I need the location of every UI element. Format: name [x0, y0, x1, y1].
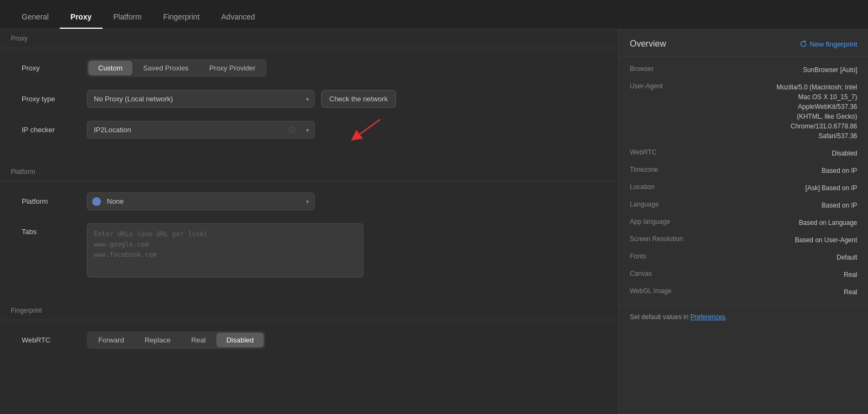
- proxy-subtab-custom[interactable]: Custom: [88, 61, 132, 75]
- overview-row-browser: Browser SunBrowser [Auto]: [619, 61, 868, 79]
- overview-key-applanguage: App language: [630, 218, 695, 225]
- overview-val-applanguage: Based on Language: [799, 218, 857, 228]
- ip-checker-row: IP checker IP2Location ⓘ ▾: [22, 121, 597, 139]
- overview-row-screenres: Screen Resolution Based on User-Agent: [619, 231, 868, 249]
- proxy-form-area: Proxy Custom Saved Proxies Proxy Provide…: [0, 48, 618, 163]
- overview-rows: Browser SunBrowser [Auto] User-Agent Moz…: [619, 57, 868, 330]
- overview-val-location: [Ask] Based on IP: [806, 183, 857, 193]
- refresh-icon: [800, 40, 807, 48]
- tabs-label: Tabs: [22, 223, 87, 236]
- overview-val-canvas: Real: [844, 270, 857, 280]
- overview-row-webrtc: WebRTC Disabled: [619, 145, 868, 162]
- ip-checker-dropdown[interactable]: IP2Location: [87, 121, 315, 139]
- fingerprint-section-header: Fingerprint: [0, 301, 618, 320]
- webrtc-subtab-real[interactable]: Real: [181, 333, 215, 347]
- overview-val-screenres: Based on User-Agent: [795, 235, 857, 245]
- overview-row-canvas: Canvas Real: [619, 266, 868, 283]
- proxy-type-dropdown[interactable]: No Proxy (Local network): [87, 90, 315, 108]
- overview-row-webglimage: WebGL Image Real: [619, 283, 868, 301]
- tab-general[interactable]: General: [11, 5, 60, 29]
- check-network-button[interactable]: Check the network: [321, 90, 396, 108]
- proxy-type-dropdown-wrapper: No Proxy (Local network) ▾ Check the net…: [87, 90, 396, 108]
- overview-val-language: Based on IP: [822, 200, 857, 210]
- tabs-row: Tabs: [22, 223, 597, 277]
- overview-row-useragent: User-Agent Mozilla/5.0 (Macintosh; Intel…: [619, 79, 868, 145]
- webrtc-subtab-replace[interactable]: Replace: [135, 333, 181, 347]
- platform-label: Platform: [22, 197, 87, 205]
- proxy-subtab-provider[interactable]: Proxy Provider: [200, 61, 265, 75]
- proxy-subtabs: Custom Saved Proxies Proxy Provider: [87, 59, 267, 77]
- platform-select-wrapper: None ▾: [87, 192, 315, 210]
- overview-key-fonts: Fonts: [630, 253, 695, 260]
- webrtc-label: WebRTC: [22, 336, 87, 344]
- overview-key-screenres: Screen Resolution: [630, 235, 695, 243]
- overview-key-canvas: Canvas: [630, 270, 695, 277]
- overview-header: Overview New fingerprint: [619, 29, 868, 57]
- right-panel: Overview New fingerprint Browser SunBrow…: [618, 29, 868, 414]
- overview-row-timezone: Timezone Based on IP: [619, 162, 868, 179]
- tab-advanced[interactable]: Advanced: [210, 5, 266, 29]
- top-nav: General Proxy Platform Fingerprint Advan…: [0, 0, 868, 29]
- tab-proxy[interactable]: Proxy: [60, 5, 103, 29]
- overview-row-fonts: Fonts Default: [619, 249, 868, 266]
- platform-section-header: Platform: [0, 163, 618, 182]
- platform-dropdown[interactable]: None: [87, 192, 315, 210]
- new-fingerprint-button[interactable]: New fingerprint: [800, 40, 857, 48]
- platform-form-area: Platform None ▾ Tabs: [0, 182, 618, 301]
- webrtc-row: WebRTC Forward Replace Real Disabled: [22, 331, 597, 349]
- overview-val-browser: SunBrowser [Auto]: [803, 65, 857, 75]
- overview-val-setdefault: Set default values in Preferences.: [630, 312, 727, 322]
- overview-key-useragent: User-Agent: [630, 82, 695, 90]
- proxy-label: Proxy: [22, 64, 87, 72]
- overview-key-webglimage: WebGL Image: [630, 287, 695, 295]
- overview-key-webrtc: WebRTC: [630, 148, 695, 156]
- fingerprint-form-area: WebRTC Forward Replace Real Disabled: [0, 320, 618, 373]
- proxy-type-row: Proxy type No Proxy (Local network) ▾ Ch…: [22, 90, 597, 108]
- overview-val-timezone: Based on IP: [822, 166, 857, 176]
- webrtc-subtab-disabled[interactable]: Disabled: [216, 333, 264, 347]
- proxy-subtab-saved[interactable]: Saved Proxies: [133, 61, 199, 75]
- platform-row: Platform None ▾: [22, 192, 597, 210]
- overview-row-setdefault: Set default values in Preferences.: [619, 305, 868, 326]
- overview-row-applanguage: App language Based on Language: [619, 214, 868, 231]
- overview-val-fonts: Default: [837, 253, 857, 262]
- preferences-link[interactable]: Preferences: [690, 313, 725, 321]
- overview-key-browser: Browser: [630, 65, 695, 73]
- proxy-subtabs-row: Proxy Custom Saved Proxies Proxy Provide…: [22, 59, 597, 77]
- overview-val-useragent: Mozilla/5.0 (Macintosh; Intel Mac OS X 1…: [776, 82, 857, 141]
- overview-val-webrtc: Disabled: [832, 148, 857, 158]
- overview-key-timezone: Timezone: [630, 166, 695, 173]
- left-content: Proxy Proxy Custom Saved Proxies Proxy P…: [0, 29, 618, 414]
- ip-checker-dropdown-wrapper: IP2Location ⓘ ▾: [87, 121, 315, 139]
- main-layout: Proxy Proxy Custom Saved Proxies Proxy P…: [0, 29, 868, 414]
- tab-platform[interactable]: Platform: [103, 5, 152, 29]
- overview-val-webglimage: Real: [844, 287, 857, 297]
- tabs-textarea[interactable]: [87, 223, 363, 277]
- ip-checker-label: IP checker: [22, 126, 87, 134]
- proxy-type-label: Proxy type: [22, 95, 87, 103]
- webrtc-subtab-forward[interactable]: Forward: [88, 333, 134, 347]
- tab-fingerprint[interactable]: Fingerprint: [152, 5, 210, 29]
- overview-row-language: Language Based on IP: [619, 197, 868, 214]
- overview-key-location: Location: [630, 183, 695, 191]
- proxy-section-header: Proxy: [0, 29, 618, 48]
- overview-row-location: Location [Ask] Based on IP: [619, 179, 868, 197]
- overview-title: Overview: [630, 39, 666, 49]
- overview-key-language: Language: [630, 200, 695, 208]
- webrtc-subtabs: Forward Replace Real Disabled: [87, 331, 265, 349]
